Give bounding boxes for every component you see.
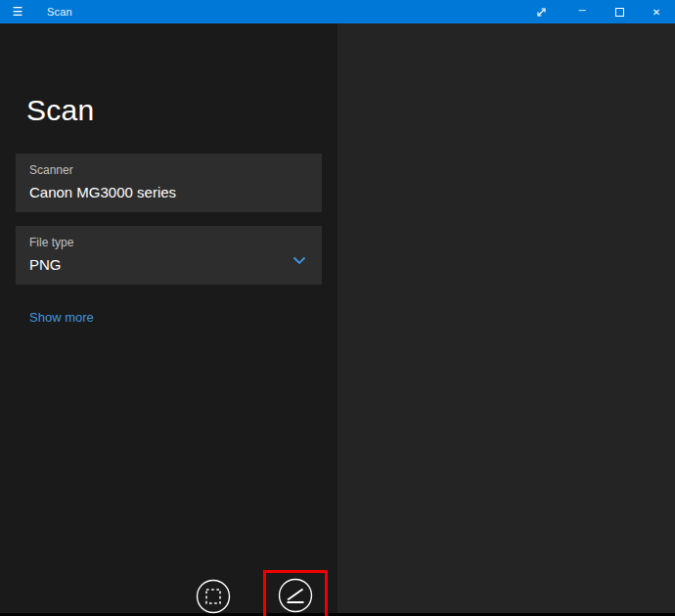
scanner-label: Scanner xyxy=(29,163,308,177)
page-title: Scan xyxy=(26,94,95,127)
hamburger-icon: ☰ xyxy=(13,5,23,19)
scanner-field[interactable]: Scanner Canon MG3000 series xyxy=(16,154,322,212)
window-title: Scan xyxy=(47,6,72,18)
maximize-button[interactable] xyxy=(601,0,638,23)
fullscreen-button[interactable] xyxy=(518,0,563,23)
chevron-down-icon xyxy=(292,256,306,265)
preview-button[interactable]: Preview xyxy=(184,578,243,616)
preview-area xyxy=(338,23,675,613)
scan-button[interactable]: Scan xyxy=(266,577,325,616)
file-type-value: PNG xyxy=(29,256,308,273)
fullscreen-icon xyxy=(535,6,548,19)
scanner-icon xyxy=(277,577,314,614)
window-controls: ─ ✕ xyxy=(518,0,675,23)
close-button[interactable]: ✕ xyxy=(638,0,675,23)
file-type-label: File type xyxy=(29,236,308,249)
scanner-value: Canon MG3000 series xyxy=(29,184,308,200)
app-content: Scan Scanner Canon MG3000 series File ty… xyxy=(0,23,675,613)
settings-pane: Scan Scanner Canon MG3000 series File ty… xyxy=(0,23,338,613)
close-icon: ✕ xyxy=(652,7,660,18)
preview-marquee-icon xyxy=(195,578,232,615)
minimize-icon: ─ xyxy=(578,5,585,16)
show-more-link[interactable]: Show more xyxy=(29,310,94,325)
titlebar-left: ☰ Scan xyxy=(0,0,72,23)
maximize-icon xyxy=(615,8,624,17)
scan-app-window: ☰ Scan ─ ✕ S xyxy=(0,0,675,616)
hamburger-menu-button[interactable]: ☰ xyxy=(0,0,35,23)
file-type-dropdown[interactable]: File type PNG xyxy=(16,226,322,285)
minimize-button[interactable]: ─ xyxy=(563,0,601,23)
titlebar: ☰ Scan ─ ✕ xyxy=(0,0,675,23)
